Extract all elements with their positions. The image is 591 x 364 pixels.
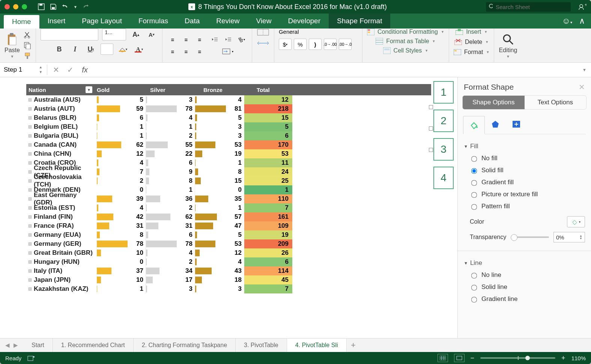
table-row[interactable]: ⊞Austria (AUT)597881218 [26, 104, 431, 113]
italic-button[interactable]: I [69, 44, 81, 54]
table-row[interactable]: ⊞Finland (FIN)426257161 [26, 212, 431, 221]
sheet-tab[interactable]: 2. Charting Formating Taskpane [134, 338, 236, 352]
editing-button[interactable]: Editing▼ [499, 33, 517, 59]
bold-button[interactable]: B [53, 44, 65, 54]
expand-icon[interactable]: ⊞ [26, 205, 34, 211]
fx-icon[interactable]: fx [80, 66, 90, 74]
expand-icon[interactable]: ⊞ [26, 106, 34, 111]
tab-data[interactable]: Data [176, 14, 208, 29]
decrease-indent-icon[interactable] [209, 35, 220, 44]
line-option[interactable]: Gradient line [464, 293, 585, 305]
col-bronze[interactable]: Bronze [201, 84, 254, 95]
slicer-shape-4[interactable]: 4 [433, 167, 454, 189]
tab-formulas[interactable]: Formulas [130, 14, 176, 29]
worksheet[interactable]: Nation▼GoldSilverBronzeTotal ⊞Australia … [0, 77, 457, 338]
table-row[interactable]: ⊞Hungary (HUN)0246 [26, 257, 431, 266]
expand-icon[interactable]: ⊞ [26, 259, 34, 265]
expand-icon[interactable]: ⊞ [26, 169, 34, 174]
expand-icon[interactable]: ⊞ [26, 97, 34, 102]
delete-cells-button[interactable]: Delete▼ [454, 39, 489, 45]
collapse-ribbon-icon[interactable]: ∧ [579, 16, 585, 26]
font-color-button[interactable]: A ▾ [133, 44, 145, 54]
redo-icon[interactable] [82, 3, 89, 11]
autosave-icon[interactable] [38, 3, 45, 11]
tab-page-layout[interactable]: Page Layout [74, 14, 130, 29]
sheet-tab[interactable]: Start [23, 338, 53, 352]
font-size-selector[interactable]: 1... [102, 29, 126, 41]
tab-shape-format[interactable]: Shape Format [329, 14, 390, 29]
size-tab[interactable] [506, 116, 527, 133]
expand-icon[interactable]: ⊞ [26, 223, 34, 229]
align-bottom-icon[interactable]: ≡ [194, 35, 205, 44]
search-sheet[interactable] [486, 2, 571, 12]
effects-tab[interactable] [485, 116, 506, 133]
table-row[interactable]: ⊞Belgium (BEL)1135 [26, 122, 431, 131]
wrap-text-icon[interactable]: ▾ [209, 47, 247, 56]
expand-icon[interactable]: ⊞ [26, 277, 34, 283]
align-right-icon[interactable]: ≡ [194, 47, 205, 56]
fullscreen-window[interactable] [22, 4, 27, 9]
cut-icon[interactable] [24, 31, 31, 39]
sheet-tab[interactable]: 1. Recommended Chart [53, 338, 134, 352]
tab-view[interactable]: View [248, 14, 280, 29]
align-center-icon[interactable]: ≡ [180, 47, 192, 56]
emoji-icon[interactable]: ☺▾ [562, 16, 572, 26]
format-painter-icon[interactable] [24, 52, 31, 60]
tab-text-options[interactable]: Text Options [525, 96, 586, 109]
currency-button[interactable]: $▾ [279, 39, 292, 50]
undo-icon[interactable] [62, 3, 69, 11]
col-nation[interactable]: Nation▼ [26, 84, 95, 95]
fill-option[interactable]: No fill [464, 152, 585, 164]
expand-icon[interactable]: ⊞ [26, 124, 34, 129]
increase-decimal-button[interactable]: .0→.00 [324, 39, 337, 50]
fill-option[interactable]: Pattern fill [464, 200, 585, 212]
expand-icon[interactable]: ⊞ [26, 151, 34, 156]
resize-handle[interactable] [429, 148, 433, 152]
tab-home[interactable]: Home [4, 15, 39, 29]
font-family-selector[interactable] [41, 29, 98, 41]
copy-icon[interactable] [24, 42, 31, 49]
decrease-decimal-button[interactable]: .00→.0 [339, 39, 352, 50]
paste-button[interactable]: Paste ▼ [5, 33, 20, 59]
table-row[interactable]: ⊞Germany (GER)787853209 [26, 239, 431, 248]
page-layout-view-icon[interactable] [454, 354, 465, 362]
expand-icon[interactable]: ⊞ [26, 133, 34, 138]
align-top-icon[interactable]: ≡ [167, 35, 178, 44]
expand-icon[interactable]: ⊞ [26, 187, 34, 193]
fill-option[interactable]: Gradient fill [464, 176, 585, 188]
table-row[interactable]: ⊞Australia (AUS)53412 [26, 95, 431, 104]
expand-icon[interactable]: ⊞ [26, 178, 34, 184]
slicer-shape-3[interactable]: 3 [433, 138, 454, 161]
close-pane-icon[interactable]: ✕ [579, 83, 585, 92]
sheet-tab[interactable]: 4. PivotTable Sli [287, 338, 347, 353]
expand-icon[interactable]: ⊞ [26, 241, 34, 247]
border-selector[interactable] [101, 44, 113, 55]
table-row[interactable]: ⊞Canada (CAN)625553170 [26, 140, 431, 149]
expand-icon[interactable]: ⊞ [26, 268, 34, 274]
expand-icon[interactable]: ⊞ [26, 286, 34, 292]
increase-font-icon[interactable]: A▴ [130, 29, 142, 40]
namebox-up[interactable]: ▲ [38, 65, 43, 70]
cell-styles-button[interactable]: Cell Styles▼ [383, 47, 429, 54]
fill-accordion[interactable]: ▼Fill [464, 140, 585, 152]
slicer-shape-2[interactable]: 2 [433, 110, 454, 132]
table-row[interactable]: ⊞Bulgaria (BUL)1236 [26, 131, 431, 140]
table-row[interactable]: ⊞Belarus (BLR)64515 [26, 113, 431, 122]
sheet-tab[interactable]: 3. PivotTable [236, 338, 287, 352]
name-box[interactable] [2, 65, 35, 75]
tab-developer[interactable]: Developer [280, 14, 329, 29]
table-row[interactable]: ⊞East Germany (GDR)393635110 [26, 194, 431, 203]
resize-handle[interactable] [429, 105, 433, 109]
fill-color-selector[interactable]: ▾ [567, 216, 585, 227]
fill-color-button[interactable]: ▾ [117, 44, 129, 54]
namebox-down[interactable]: ▼ [38, 70, 43, 75]
expand-icon[interactable]: ⊞ [26, 142, 34, 147]
table-row[interactable]: ⊞Germany (EUA)86519 [26, 230, 431, 239]
align-left-icon[interactable]: ≡ [167, 47, 178, 56]
conditional-formatting-button[interactable]: Conditional Formatting▼ [367, 29, 444, 35]
increase-indent-icon[interactable] [223, 35, 234, 44]
insert-cells-button[interactable]: Insert▼ [456, 29, 487, 35]
search-input[interactable] [495, 3, 568, 11]
table-row[interactable]: ⊞Czechoslovakia (TCH)281525 [26, 176, 431, 185]
save-icon[interactable] [50, 3, 57, 11]
